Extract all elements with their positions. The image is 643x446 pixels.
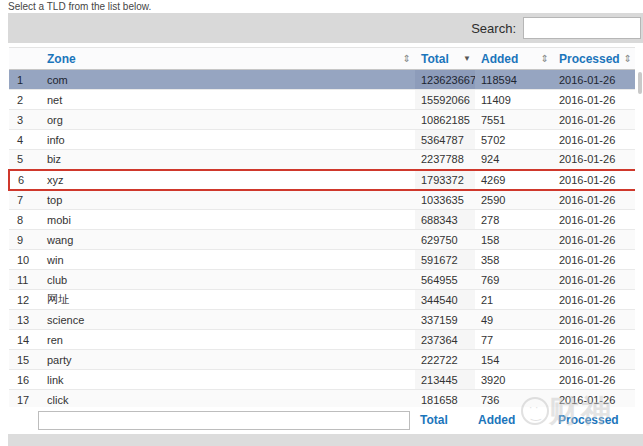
cell-added: 11409 [475,90,553,110]
cell-processed: 2016-01-26 [553,230,635,250]
cell-total: 2237788 [415,150,475,170]
cell-idx: 8 [9,210,39,230]
cell-total: 222722 [415,350,475,370]
column-header-index [9,48,39,70]
table-row-org[interactable]: 3org1086218575512016-01-26 [9,110,635,130]
column-header-processed[interactable]: Processed ⇕ [553,48,635,70]
cell-added: 158 [475,230,553,250]
page-instruction: Select a TLD from the list below. [8,1,151,12]
table-row-info[interactable]: 4info536478757022016-01-26 [9,130,635,150]
cell-added: 5702 [475,130,553,150]
cell-added: 3920 [475,370,553,390]
cell-processed: 2016-01-26 [553,90,635,110]
cell-added: 358 [475,250,553,270]
search-label: Search: [471,21,516,36]
cell-added: 4269 [475,170,553,190]
cell-zone: top [39,190,415,210]
table-row-party[interactable]: 15party2227221542016-01-26 [9,350,635,370]
cell-processed: 2016-01-26 [553,270,635,290]
cell-total: 564955 [415,270,475,290]
cell-total: 1033635 [415,190,475,210]
cell-idx: 11 [9,270,39,290]
cell-total: 591672 [415,250,475,270]
cell-added: 77 [475,330,553,350]
cell-zone: club [39,270,415,290]
sort-both-icon[interactable]: ⇕ [624,53,635,64]
added-header-label: Added [481,52,518,66]
cell-idx: 1 [9,70,39,90]
cell-processed: 2016-01-26 [553,150,635,170]
cell-idx: 13 [9,310,39,330]
cell-idx: 4 [9,130,39,150]
cell-added: 154 [475,350,553,370]
cell-zone: ren [39,330,415,350]
cell-zone: xyz [39,170,415,190]
cell-idx: 5 [9,150,39,170]
table-header-row: Zone ⇕ Total ▼ Added ⇕ [9,48,635,70]
table-row-net[interactable]: 2net15592066114092016-01-26 [9,90,635,110]
cell-total: 15592066 [415,90,475,110]
cell-zone: org [39,110,415,130]
table-row-com[interactable]: 1com1236236671185942016-01-26 [9,70,635,90]
cell-idx: 15 [9,350,39,370]
cell-zone: net [39,90,415,110]
column-header-zone[interactable]: Zone ⇕ [39,48,415,70]
table-row-xyz[interactable]: 6xyz179337242692016-01-26 [9,170,635,190]
cell-total: 337159 [415,310,475,330]
cell-processed: 2016-01-26 [553,190,635,210]
table-body: 1com1236236671185942016-01-262net1559206… [9,70,635,410]
cell-idx: 12 [9,290,39,310]
cell-processed: 2016-01-26 [553,330,635,350]
search-input[interactable] [523,17,641,39]
cell-total: 688343 [415,210,475,230]
cell-zone: biz [39,150,415,170]
table-row-link[interactable]: 16link21344539202016-01-26 [9,370,635,390]
cell-idx: 14 [9,330,39,350]
cell-processed: 2016-01-26 [553,170,635,190]
table-row-网址[interactable]: 12网址344540212016-01-26 [9,290,635,310]
column-header-total[interactable]: Total ▼ [415,48,475,70]
cell-total: 237364 [415,330,475,350]
sort-desc-icon[interactable]: ▼ [463,54,475,63]
pagination-bar [8,434,643,446]
cell-added: 278 [475,210,553,230]
table-row-mobi[interactable]: 8mobi6883432782016-01-26 [9,210,635,230]
cell-processed: 2016-01-26 [553,250,635,270]
processed-header-label: Processed [559,52,620,66]
table-footer: Total Added Processed [8,407,635,434]
cell-processed: 2016-01-26 [553,210,635,230]
table-row-biz[interactable]: 5biz22377889242016-01-26 [9,150,635,170]
cell-processed: 2016-01-26 [553,350,635,370]
cell-zone: link [39,370,415,390]
table-row-win[interactable]: 10win5916723582016-01-26 [9,250,635,270]
sort-both-icon[interactable]: ⇕ [541,53,553,64]
zone-filter-input[interactable] [38,411,410,430]
scrollbar-thumb[interactable] [638,72,642,94]
cell-total: 123623667 [415,70,475,90]
table-row-wang[interactable]: 9wang6297501582016-01-26 [9,230,635,250]
cell-zone: win [39,250,415,270]
total-header-label: Total [421,52,449,66]
cell-added: 924 [475,150,553,170]
zone-header-label: Zone [47,52,76,66]
cell-processed: 2016-01-26 [553,370,635,390]
cell-added: 2590 [475,190,553,210]
table-row-top[interactable]: 7top103363525902016-01-26 [9,190,635,210]
cell-processed: 2016-01-26 [553,130,635,150]
cell-idx: 7 [9,190,39,210]
cell-total: 5364787 [415,130,475,150]
cell-zone: com [39,70,415,90]
cell-added: 49 [475,310,553,330]
column-header-added[interactable]: Added ⇕ [475,48,553,70]
table-row-science[interactable]: 13science337159492016-01-26 [9,310,635,330]
table-row-ren[interactable]: 14ren237364772016-01-26 [9,330,635,350]
tld-table-container: Zone ⇕ Total ▼ Added ⇕ [8,47,635,411]
footer-processed-label: Processed [558,413,619,427]
cell-added: 118594 [475,70,553,90]
cell-processed: 2016-01-26 [553,70,635,90]
cell-zone: mobi [39,210,415,230]
table-row-club[interactable]: 11club5649557692016-01-26 [9,270,635,290]
cell-total: 10862185 [415,110,475,130]
sort-both-icon[interactable]: ⇕ [403,53,415,64]
tld-table: Zone ⇕ Total ▼ Added ⇕ [8,47,635,410]
